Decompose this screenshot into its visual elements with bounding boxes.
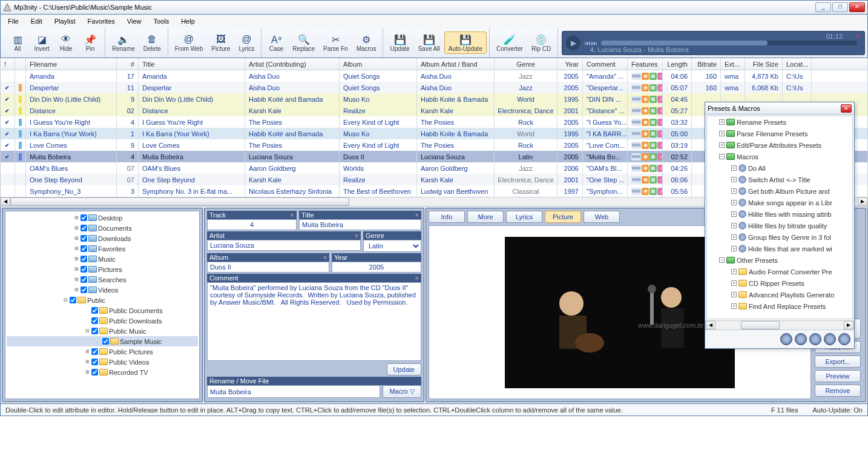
expand-icon[interactable]: ⊞ [84,369,90,375]
tree-node[interactable]: ⊞ Public Videos [7,357,198,367]
expand-icon[interactable]: + [719,131,725,136]
menu-help[interactable]: Help [176,16,200,26]
preset-node[interactable]: −Macros [707,151,852,162]
check-icon[interactable]: ✔ [5,131,11,137]
preset-node[interactable]: +Parse Filename Presets [707,128,852,139]
check-icon[interactable]: ✔ [5,119,11,125]
table-row[interactable]: ✔Despertar11DespertarAisha DuoQuiet Song… [1,82,867,93]
preset-node[interactable]: +Make songs appear in a Libr [707,197,852,208]
toolbar-autoupdate-button[interactable]: 💾Auto-Update [444,31,487,54]
expand-icon[interactable]: − [719,257,725,263]
col-filesize[interactable]: File Size [745,58,783,70]
expand-icon[interactable]: ⊞ [73,256,79,262]
artist-input[interactable] [207,240,361,251]
preset-node[interactable]: −Other Presets [707,254,852,266]
year-input[interactable] [332,262,421,273]
preset-action-4[interactable] [824,333,836,345]
tree-node[interactable]: Public Documents [7,305,198,316]
toolbar-converter-button[interactable]: 🧪Converter [492,31,527,54]
tree-node[interactable]: ⊞ Downloads [7,233,198,243]
tree-checkbox[interactable] [91,369,98,376]
update-button[interactable]: Update [387,363,421,376]
comment-textarea[interactable] [207,282,421,361]
preset-node[interactable]: +Group files by Genre in 3 fol [707,231,852,243]
expand-icon[interactable]: + [731,211,737,217]
expand-icon[interactable]: + [731,292,737,297]
preset-node[interactable]: +Hilite files by bitrate quality [707,220,852,231]
expand-icon[interactable]: + [731,200,737,205]
rename-input[interactable] [207,385,380,398]
col-bitrate[interactable]: Bitrate [692,58,721,70]
expand-icon[interactable]: ⊞ [73,246,79,251]
tree-checkbox[interactable] [81,225,87,231]
tree-node[interactable]: Public Downloads [7,316,198,326]
check-icon[interactable]: ✔ [5,108,11,114]
clear-album-icon[interactable]: × [323,254,327,261]
genre-select[interactable]: Latin [363,240,421,252]
tree-node[interactable]: ⊞ Desktop [7,213,198,223]
toolbar-case-button[interactable]: AᵃCase [264,31,288,54]
seek-bar[interactable] [601,41,857,45]
preset-node[interactable]: +Rename Presets [707,116,852,128]
menu-tools[interactable]: Tools [148,16,174,26]
preset-action-3[interactable] [809,333,821,345]
preview-button[interactable]: Preview [815,370,861,382]
expand-icon[interactable]: ⊟ [62,297,68,303]
title-input[interactable] [299,219,421,230]
col-genre[interactable]: Genre [495,58,557,70]
tree-checkbox[interactable] [70,297,76,303]
toolbar-replace-button[interactable]: 🔍Replace [288,31,319,54]
player[interactable]: ▶ ⏮ ⏭ 4. Luciana Souza - Muita Bobeira 0… [562,31,865,55]
player-close-icon[interactable]: ✕ [855,33,861,41]
play-button-icon[interactable]: ▶ [566,36,580,50]
preset-node[interactable]: +Switch Artist <-> Title [707,174,852,185]
toolbar-saveall-button[interactable]: 💾Save All [414,31,444,54]
tree-checkbox[interactable] [81,266,87,273]
clear-title-icon[interactable]: × [415,211,419,219]
expand-icon[interactable]: + [731,188,737,194]
tree-node[interactable]: ⊟ Public Music [7,326,198,336]
expand-icon[interactable]: + [719,142,725,148]
preset-node[interactable]: +Advanced Playlists Generato [707,289,852,300]
export-button[interactable]: Export... [815,356,861,368]
tree-node[interactable]: ⊞ Searches [7,274,198,285]
toolbar-lyrics-button[interactable]: @Lyrics [234,31,258,54]
expand-icon[interactable]: + [731,280,737,286]
toolbar-pin-button[interactable]: 📌Pin [78,31,102,54]
tree-checkbox[interactable] [102,338,109,345]
tab-lyrics[interactable]: Lyrics [506,211,542,223]
macro-button[interactable]: Macro ▽ [383,385,421,398]
preset-node[interactable]: +Edit/Parse Attributes Presets [707,139,852,151]
col-chk[interactable]: ! [1,58,15,70]
menu-favorites[interactable]: Favorites [83,16,120,26]
tree-node[interactable]: ⊟ Public [7,295,198,305]
toolbar-delete-button[interactable]: 🗑Delete [139,31,165,54]
expand-icon[interactable]: + [731,269,737,274]
tree-checkbox[interactable] [81,235,87,242]
tree-checkbox[interactable] [91,348,98,355]
preset-action-2[interactable] [795,333,807,345]
toolbar-hide-button[interactable]: 👁Hide [54,31,78,54]
expand-icon[interactable]: ⊞ [73,287,79,293]
menu-edit[interactable]: Edit [26,16,47,26]
col-location[interactable]: Locat... [783,58,812,70]
expand-icon[interactable]: ⊟ [84,328,90,334]
tree-node[interactable]: Sample Music [7,336,198,346]
scroll-right-icon[interactable]: ▶ [858,197,867,206]
expand-icon[interactable]: + [731,246,737,251]
expand-icon[interactable]: ⊞ [73,236,79,241]
check-icon[interactable]: ✔ [5,96,11,102]
expand-icon[interactable]: + [731,303,737,309]
col-num[interactable]: # [117,58,139,70]
col-length[interactable]: Length [663,58,692,70]
remove-button[interactable]: Remove [815,385,861,397]
expand-icon[interactable]: ⊞ [73,266,79,272]
expand-icon[interactable]: ⊞ [73,225,79,231]
album-input[interactable] [207,262,329,273]
expand-icon[interactable]: + [731,223,737,228]
tree-node[interactable]: ⊞ Public Pictures [7,346,198,357]
toolbar-macros-button[interactable]: ⚙Macros [352,31,381,54]
tree-node[interactable]: ⊞ Music [7,254,198,264]
presets-close-button[interactable]: ✕ [841,104,852,113]
tree-checkbox[interactable] [91,328,98,334]
